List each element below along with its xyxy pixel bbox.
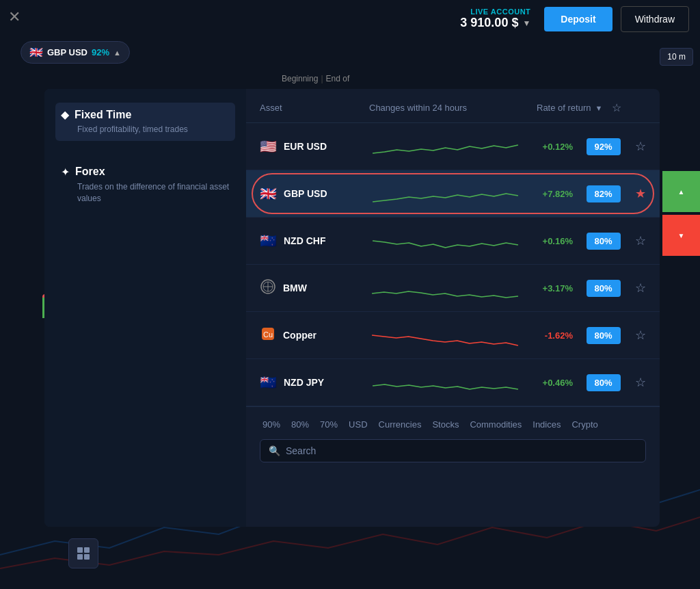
filter-tag[interactable]: Currencies <box>376 418 425 431</box>
chart-labels: Beginning | End of <box>282 74 349 83</box>
deposit-button[interactable]: Deposit <box>544 7 612 31</box>
asset-star-button[interactable]: ☆ <box>625 139 646 154</box>
search-icon: 🔍 <box>269 445 280 456</box>
asset-rows-container: 🇺🇸EUR USD +0.12%92%☆🇬🇧GBP USD +7.82%82%★… <box>246 123 660 406</box>
balance-dropdown-arrow[interactable]: ▼ <box>522 18 530 28</box>
asset-row[interactable]: BMW +3.17%80%☆ <box>246 265 660 312</box>
col-changes-header: Changes within 24 hours <box>369 103 537 113</box>
header-star-icon[interactable]: ☆ <box>612 101 621 114</box>
asset-row[interactable]: CuCopper -1.62%80%☆ <box>246 312 660 359</box>
svg-rect-2 <box>77 554 83 560</box>
filter-tag[interactable]: Stocks <box>429 418 461 431</box>
up-trade-button[interactable]: ▲ <box>662 171 700 212</box>
time-selector[interactable]: 10 m <box>660 48 693 66</box>
filter-tag[interactable]: 70% <box>317 418 340 431</box>
col-return-header[interactable]: Rate of return ▼ ☆ <box>537 101 646 114</box>
asset-row[interactable]: 🇺🇸EUR USD +0.12%92%☆ <box>246 123 660 170</box>
forex-title: ✦ Forex <box>61 166 230 179</box>
asset-row-flag: 🇺🇸 <box>260 138 277 155</box>
filter-tag[interactable]: Commodities <box>467 418 524 431</box>
sort-arrow-icon: ▼ <box>595 104 603 112</box>
asset-row[interactable]: 🇬🇧GBP USD +7.82%82%★ <box>246 170 660 218</box>
panel-sidebar: ◆ Fixed Time Fixed profitability, timed … <box>44 89 246 527</box>
trade-buttons: ▲ ▼ <box>662 171 700 256</box>
forex-name: Forex <box>75 166 105 178</box>
forex-icon: ✦ <box>61 166 70 179</box>
filter-tag[interactable]: USD <box>346 418 370 431</box>
asset-row-name: Copper <box>283 330 372 341</box>
asset-row-rate: 82% <box>581 185 625 202</box>
asset-flag: 🇬🇧 <box>29 46 43 59</box>
close-button[interactable]: ✕ <box>8 8 21 26</box>
asset-row-rate: 80% <box>581 280 625 297</box>
asset-star-button[interactable]: ☆ <box>625 375 646 390</box>
asset-mini-chart <box>373 227 518 254</box>
rate-of-return-label: Rate of return <box>537 103 591 113</box>
asset-row-change: +3.17% <box>518 283 573 293</box>
asset-row-name: EUR USD <box>284 141 373 152</box>
top-bar: LIVE ACCOUNT 3 910.00 $ ▼ Deposit Withdr… <box>0 0 700 38</box>
asset-row-flag: 🇬🇧 <box>260 185 277 202</box>
assets-panel: ◆ Fixed Time Fixed profitability, timed … <box>44 89 660 527</box>
asset-row-change: +0.16% <box>518 236 573 246</box>
asset-row-flag: 🇳🇿 <box>260 374 277 391</box>
asset-selector-bar: 🇬🇧 GBP USD 92% ▲ <box>21 41 130 64</box>
asset-dropdown-arrow: ▲ <box>113 49 121 57</box>
asset-row-name: NZD JPY <box>284 377 373 388</box>
asset-star-button[interactable]: ☆ <box>625 233 646 248</box>
asset-row-name: BMW <box>283 283 372 293</box>
grid-icon <box>76 546 91 561</box>
search-bar: 🔍 <box>260 439 646 462</box>
asset-row-flag <box>260 278 276 298</box>
asset-row-change: -1.62% <box>518 330 573 341</box>
asset-mini-chart <box>373 180 518 207</box>
asset-pct: 92% <box>92 47 109 57</box>
asset-row-change: +7.82% <box>518 189 573 199</box>
label-separator: | <box>321 74 323 83</box>
asset-mini-chart <box>372 322 518 349</box>
fixed-time-desc: Fixed profitability, timed trades <box>61 124 230 135</box>
panel-content: Asset Changes within 24 hours Rate of re… <box>246 89 660 527</box>
asset-row-rate: 80% <box>581 327 625 344</box>
rate-badge: 80% <box>587 327 621 344</box>
col-asset-header: Asset <box>260 103 369 113</box>
svg-rect-3 <box>84 554 90 560</box>
panel-header: Asset Changes within 24 hours Rate of re… <box>246 89 660 123</box>
rate-badge: 82% <box>587 185 621 202</box>
forex-section[interactable]: ✦ Forex Trades on the difference of fina… <box>55 160 235 210</box>
rate-badge: 80% <box>587 374 621 391</box>
filter-tag[interactable]: Indices <box>530 418 563 431</box>
asset-row-name: GBP USD <box>284 188 373 199</box>
asset-row-change: +0.46% <box>518 378 573 388</box>
selected-asset-pill[interactable]: 🇬🇧 GBP USD 92% ▲ <box>21 41 130 64</box>
account-balance: 3 910.00 $ ▼ <box>460 16 530 30</box>
asset-row[interactable]: 🇳🇿NZD JPY +0.46%80%☆ <box>246 359 660 406</box>
asset-mini-chart <box>373 133 518 160</box>
fixed-time-section[interactable]: ◆ Fixed Time Fixed profitability, timed … <box>55 103 235 141</box>
fixed-time-name: Fixed Time <box>75 109 131 121</box>
asset-mini-chart <box>373 369 518 396</box>
filter-tags: 90%80%70%USDCurrenciesStocksCommoditiesI… <box>260 418 646 431</box>
account-type-label: LIVE ACCOUNT <box>470 8 530 16</box>
panel-footer: 90%80%70%USDCurrenciesStocksCommoditiesI… <box>246 406 660 468</box>
asset-star-button[interactable]: ☆ <box>625 280 646 296</box>
filter-tag[interactable]: 80% <box>288 418 312 431</box>
svg-rect-0 <box>77 547 83 553</box>
asset-row[interactable]: 🇳🇿NZD CHF +0.16%80%☆ <box>246 218 660 265</box>
grid-view-button[interactable] <box>68 538 98 568</box>
asset-name: GBP USD <box>47 47 88 57</box>
filter-tag[interactable]: Crypto <box>569 418 600 431</box>
asset-row-flag: Cu <box>260 326 276 345</box>
rate-badge: 92% <box>587 138 621 155</box>
end-label: End of <box>326 74 350 83</box>
asset-star-button[interactable]: ★ <box>625 186 646 201</box>
withdraw-button[interactable]: Withdraw <box>621 6 689 32</box>
asset-star-button[interactable]: ☆ <box>625 328 646 343</box>
filter-tag[interactable]: 90% <box>260 418 283 431</box>
down-trade-button[interactable]: ▼ <box>662 215 700 256</box>
search-input[interactable] <box>286 445 637 456</box>
asset-row-rate: 80% <box>581 374 625 391</box>
rate-badge: 80% <box>587 233 621 250</box>
rate-badge: 80% <box>587 280 621 297</box>
fixed-time-icon: ◆ <box>61 108 69 121</box>
